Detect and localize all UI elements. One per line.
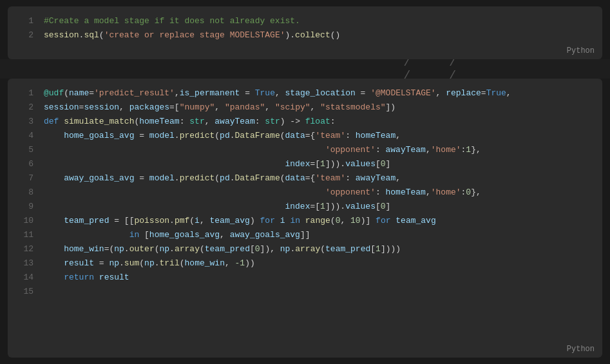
code-content: index=[1])).values[0] — [44, 157, 390, 171]
code-content: home_goals_avg = model.predict(pd.DataFr… — [44, 129, 401, 143]
code-content: @udf(name='predict_result',is_permanent … — [44, 86, 511, 101]
code-content: def simulate_match(homeTeam: str, awayTe… — [44, 115, 336, 129]
code-line: 7 away_goals_avg = model.predict(pd.Data… — [8, 171, 602, 186]
code-content: return result — [44, 271, 129, 285]
code-line: 4 home_goals_avg = model.predict(pd.Data… — [8, 129, 602, 143]
code-content: result = np.sum(np.tril(home_win, -1)) — [44, 256, 255, 271]
code-content: index=[1])).values[0] — [44, 200, 390, 214]
code-line: 12 home_win=(np.outer(np.array(team_pred… — [8, 242, 602, 256]
code-line: 10 team_pred = [[poisson.pmf(i, team_avg… — [8, 214, 602, 228]
code-line: 15 — [8, 285, 602, 299]
code-line: 9 index=[1])).values[0] — [8, 200, 602, 214]
code-line: 14 return result — [8, 271, 602, 285]
line-number: 13 — [15, 256, 33, 271]
line-number: 11 — [15, 228, 33, 242]
code-content: in [home_goals_avg, away_goals_avg]] — [44, 228, 310, 242]
line-number: 1 — [15, 86, 33, 101]
code-content: 'opponent': awayTeam,'home':1}, — [44, 143, 481, 157]
divider: // // // // — [0, 59, 610, 79]
line-number: 8 — [15, 186, 33, 200]
code-content: team_pred = [[poisson.pmf(i, team_avg) f… — [44, 214, 436, 228]
code-line: 2 session=session, packages=["numpy", "p… — [8, 101, 602, 115]
code-line: 1 @udf(name='predict_result',is_permanen… — [8, 86, 602, 101]
code-line: 3 def simulate_match(homeTeam: str, away… — [8, 115, 602, 129]
divider-marks: // // // // — [39, 59, 610, 79]
line-number: 5 — [15, 143, 33, 157]
line-number: 2 — [15, 28, 33, 43]
language-label: Python — [567, 345, 595, 354]
code-content: session.sql('create or replace stage MOD… — [44, 28, 340, 43]
line-number: 4 — [15, 129, 33, 143]
line-number: 15 — [15, 285, 33, 299]
line-number: 2 — [15, 101, 33, 115]
code-line: 11 in [home_goals_avg, away_goals_avg]] — [8, 228, 602, 242]
line-number: 14 — [15, 271, 33, 285]
code-line: 2 session.sql('create or replace stage M… — [8, 28, 602, 43]
line-number: 9 — [15, 200, 33, 214]
code-line: 6 index=[1])).values[0] — [8, 157, 602, 171]
line-number: 3 — [15, 115, 33, 129]
code-block-1: 1 #Create a model stage if it does not a… — [8, 6, 602, 59]
code-block-2: 1 @udf(name='predict_result',is_permanen… — [8, 79, 602, 358]
line-number: 7 — [15, 171, 33, 186]
code-content: away_goals_avg = model.predict(pd.DataFr… — [44, 171, 401, 186]
line-number: 1 — [15, 14, 33, 28]
line-number: 10 — [15, 214, 33, 228]
code-content: home_win=(np.outer(np.array(team_pred[0]… — [44, 242, 401, 256]
code-content: 'opponent': homeTeam,'home':0}, — [44, 186, 481, 200]
code-content: session=session, packages=["numpy", "pan… — [44, 101, 396, 115]
code-content: #Create a model stage if it does not alr… — [44, 14, 300, 28]
line-number: 6 — [15, 157, 33, 171]
line-number: 12 — [15, 242, 33, 256]
code-line: 5 'opponent': awayTeam,'home':1}, — [8, 143, 602, 157]
code-line: 13 result = np.sum(np.tril(home_win, -1)… — [8, 256, 602, 271]
code-line: 1 #Create a model stage if it does not a… — [8, 14, 602, 28]
code-line: 8 'opponent': homeTeam,'home':0}, — [8, 186, 602, 200]
language-label: Python — [567, 46, 595, 55]
